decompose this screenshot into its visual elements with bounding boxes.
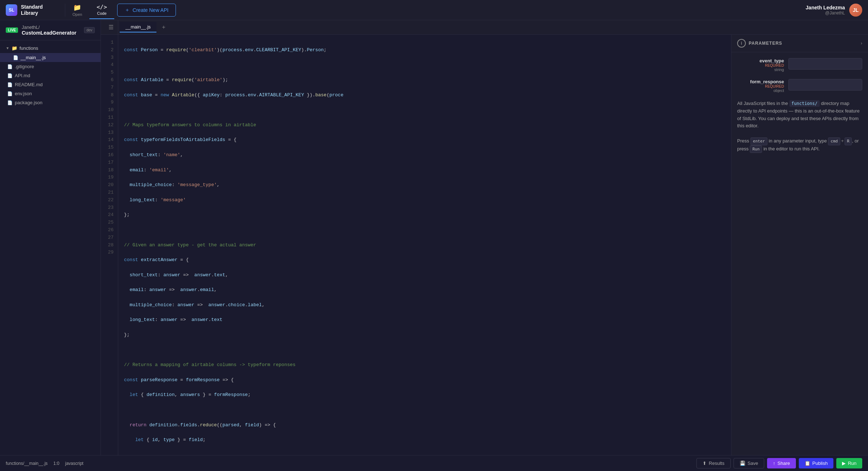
code-content[interactable]: const Person = require('clearbit')(proce… bbox=[118, 35, 731, 455]
code-editor[interactable]: 12345 678910 1112131415 1617181920 21222… bbox=[101, 35, 731, 455]
editor-content: 12345 678910 1112131415 1617181920 21222… bbox=[101, 35, 868, 455]
open-button[interactable]: 📁 Open bbox=[65, 1, 89, 19]
panel-title: PARAMETERS bbox=[749, 41, 782, 46]
file-icon: 📄 bbox=[7, 100, 13, 105]
param-type: string bbox=[737, 67, 784, 72]
info-icon: i bbox=[737, 39, 746, 48]
panel-body: event_type REQUIRED string form_response… bbox=[731, 52, 868, 455]
sidebar-item-package-json[interactable]: 📄 package.json bbox=[0, 98, 101, 107]
sidebar-item-api-md[interactable]: 📄 API.md bbox=[0, 71, 101, 80]
user-name: Janeth Ledezma bbox=[806, 5, 845, 10]
project-info: LIVE JanethL/ CustomLeadGenerator bbox=[6, 25, 76, 36]
publish-icon: 📋 bbox=[805, 461, 810, 466]
project-name: CustomLeadGenerator bbox=[22, 30, 76, 36]
param-required: REQUIRED bbox=[737, 63, 784, 67]
share-icon: ↑ bbox=[773, 461, 775, 466]
logo: SL Standard Library bbox=[0, 4, 65, 16]
topbar: SL Standard Library 📁 Open </> Code ＋ Cr… bbox=[0, 0, 868, 20]
add-tab-button[interactable]: ＋ bbox=[158, 22, 169, 32]
create-new-api-button[interactable]: ＋ Create New API bbox=[117, 4, 176, 17]
status-file: functions/__main__.js bbox=[6, 461, 48, 466]
sidebar: LIVE JanethL/ CustomLeadGenerator dev ▼ … bbox=[0, 20, 101, 455]
file-label: .gitignore bbox=[15, 64, 34, 69]
share-button[interactable]: ↑ Share bbox=[767, 458, 796, 468]
results-button[interactable]: ⬆ Results bbox=[696, 458, 730, 468]
user-info: Janeth Ledezma @JanethL bbox=[806, 5, 845, 16]
param-type: object bbox=[737, 88, 784, 93]
r-kbd: R bbox=[845, 137, 852, 145]
sidebar-toggle-button[interactable]: ☰ bbox=[104, 20, 118, 35]
project-header: LIVE JanethL/ CustomLeadGenerator dev bbox=[0, 20, 101, 40]
run-button[interactable]: ▶ Run bbox=[836, 458, 862, 468]
panel-header: i PARAMETERS › bbox=[731, 35, 868, 52]
param-form-response-row: form_response REQUIRED object bbox=[737, 79, 862, 93]
param-form-response-label: form_response REQUIRED object bbox=[737, 79, 784, 93]
run-kbd: Run bbox=[750, 145, 762, 153]
file-icon: 📄 bbox=[13, 55, 18, 60]
sidebar-item-functions[interactable]: ▼ 📁 functions bbox=[0, 43, 101, 53]
live-badge: LIVE bbox=[6, 27, 18, 33]
folder-icon: 📁 bbox=[12, 45, 17, 51]
avatar: JL bbox=[849, 4, 862, 17]
sidebar-item-readme-md[interactable]: 📄 README.md bbox=[0, 80, 101, 89]
logo-text: Standard Library bbox=[21, 4, 43, 16]
tab-label: __main__.js bbox=[125, 24, 151, 30]
main-layout: LIVE JanethL/ CustomLeadGenerator dev ▼ … bbox=[0, 20, 868, 455]
results-icon: ⬆ bbox=[703, 461, 707, 466]
sidebar-item-gitignore[interactable]: 📄 .gitignore bbox=[0, 62, 101, 71]
folder-label: functions bbox=[19, 45, 38, 51]
code-icon: </> bbox=[97, 4, 107, 10]
file-icon: 📄 bbox=[7, 91, 13, 96]
code-button[interactable]: </> Code bbox=[89, 1, 114, 19]
tabs-bar: ☰ __main__.js ＋ bbox=[101, 20, 868, 35]
user-area: Janeth Ledezma @JanethL JL bbox=[806, 4, 868, 17]
param-required: REQUIRED bbox=[737, 84, 784, 88]
file-icon: 📄 bbox=[7, 82, 13, 87]
expand-icon: ▼ bbox=[6, 46, 9, 50]
dev-badge: dev bbox=[84, 27, 95, 33]
file-icon: 📄 bbox=[7, 73, 13, 78]
event-type-input[interactable] bbox=[788, 58, 862, 70]
user-handle: @JanethL bbox=[806, 10, 845, 16]
file-label: __main__.js bbox=[21, 55, 46, 60]
sidebar-item-env-json[interactable]: 📄 env.json bbox=[0, 89, 101, 98]
param-event-type-row: event_type REQUIRED string bbox=[737, 58, 862, 72]
publish-button[interactable]: 📋 Publish bbox=[799, 458, 834, 468]
form-response-input[interactable] bbox=[788, 79, 862, 91]
file-label: README.md bbox=[15, 82, 43, 87]
bottom-bar: functions/__main__.js 1:0 javascript ⬆ R… bbox=[0, 455, 868, 471]
file-label: package.json bbox=[15, 100, 43, 105]
status-cursor: 1:0 bbox=[53, 461, 59, 466]
status-left: functions/__main__.js 1:0 javascript bbox=[6, 461, 83, 466]
panel-description: All JavaScript files in the functions/ d… bbox=[737, 100, 862, 153]
enter-kbd: enter bbox=[750, 137, 767, 145]
chevron-right-icon: › bbox=[861, 41, 862, 46]
right-panel: i PARAMETERS › event_type REQUIRED strin… bbox=[731, 35, 868, 455]
sidebar-item-main-js[interactable]: 📄 __main__.js bbox=[0, 53, 101, 62]
project-path: JanethL/ bbox=[22, 25, 76, 30]
file-label: API.md bbox=[15, 73, 30, 78]
file-icon: 📄 bbox=[7, 64, 13, 69]
file-label: env.json bbox=[15, 91, 32, 96]
open-icon: 📁 bbox=[73, 4, 81, 12]
editor-area: ☰ __main__.js ＋ 12345 678910 1112131415 … bbox=[101, 20, 868, 455]
save-button[interactable]: 💾 Save bbox=[734, 458, 765, 468]
sidebar-tree: ▼ 📁 functions 📄 __main__.js 📄 .gitignore… bbox=[0, 40, 101, 455]
run-icon: ▶ bbox=[842, 461, 846, 466]
cmd-kbd: cmd bbox=[828, 137, 840, 145]
status-language: javascript bbox=[65, 461, 84, 466]
functions-dir-code: functions/ bbox=[789, 100, 820, 107]
param-name: event_type bbox=[737, 58, 784, 63]
line-numbers: 12345 678910 1112131415 1617181920 21222… bbox=[101, 35, 118, 455]
logo-icon: SL bbox=[6, 4, 17, 16]
param-name: form_response bbox=[737, 79, 784, 84]
project-name-block: JanethL/ CustomLeadGenerator bbox=[22, 25, 76, 36]
plus-icon: ＋ bbox=[125, 7, 130, 13]
param-event-type-label: event_type REQUIRED string bbox=[737, 58, 784, 72]
bottom-actions: ⬆ Results 💾 Save ↑ Share 📋 Publish ▶ Run bbox=[696, 458, 862, 468]
tab-main-js[interactable]: __main__.js bbox=[120, 22, 156, 32]
save-icon: 💾 bbox=[740, 461, 745, 466]
